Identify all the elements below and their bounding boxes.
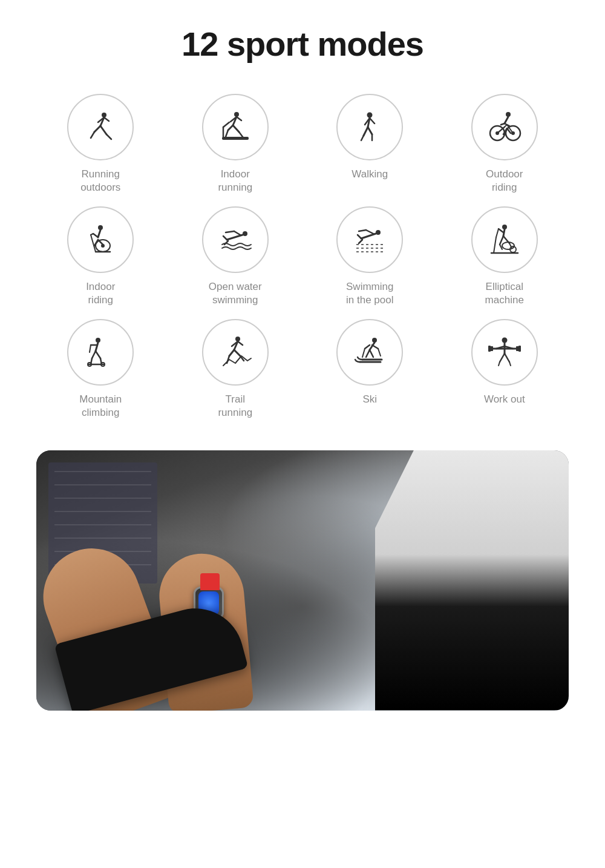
svg-line-57 xyxy=(361,234,376,238)
mountain-climbing-label: Mountainclimbing xyxy=(79,393,122,419)
svg-point-19 xyxy=(367,113,373,118)
walking-label: Walking xyxy=(352,168,388,181)
svg-line-116 xyxy=(505,353,509,362)
svg-line-26 xyxy=(370,118,374,123)
svg-line-12 xyxy=(226,130,228,137)
svg-line-91 xyxy=(234,350,240,356)
page-title: 12 sport modes xyxy=(0,0,605,82)
svg-line-15 xyxy=(237,117,241,120)
svg-line-13 xyxy=(239,132,243,137)
ski-icon xyxy=(336,319,403,386)
pool-swimming-label: Swimmingin the pool xyxy=(346,280,393,307)
svg-line-90 xyxy=(229,350,234,356)
trail-running-icon xyxy=(202,319,269,386)
svg-line-81 xyxy=(96,351,100,358)
svg-line-58 xyxy=(366,230,373,234)
workout-label: Work out xyxy=(484,393,525,406)
svg-line-100 xyxy=(365,345,370,349)
outdoor-riding-label: Outdoorriding xyxy=(486,168,523,194)
svg-line-49 xyxy=(91,235,96,252)
svg-line-103 xyxy=(366,350,370,357)
sport-item-trail-running: Trailrunning xyxy=(171,319,300,419)
svg-line-4 xyxy=(100,126,106,134)
svg-line-117 xyxy=(499,362,500,366)
indoor-riding-icon xyxy=(67,206,134,273)
sport-item-elliptical: Ellipticalmachine xyxy=(440,206,569,307)
svg-line-67 xyxy=(499,229,503,232)
svg-line-99 xyxy=(378,349,381,356)
svg-line-95 xyxy=(238,341,243,345)
sport-item-outdoor-riding: Outdoorriding xyxy=(440,94,569,194)
workout-icon xyxy=(471,319,538,386)
svg-line-18 xyxy=(223,122,229,127)
sport-item-pool-swimming: Swimmingin the pool xyxy=(306,206,434,307)
outdoor-riding-icon xyxy=(471,94,538,160)
svg-line-82 xyxy=(92,351,96,358)
running-outdoors-label: Runningoutdoors xyxy=(80,168,120,194)
trail-running-label: Trailrunning xyxy=(218,393,252,419)
svg-rect-114 xyxy=(518,346,521,352)
svg-line-22 xyxy=(368,127,372,134)
open-water-swimming-label: Open waterswimming xyxy=(209,280,262,307)
svg-point-106 xyxy=(502,338,507,343)
sport-item-indoor-riding: Indoorriding xyxy=(36,206,165,307)
walking-icon xyxy=(336,94,403,160)
svg-point-47 xyxy=(101,244,105,248)
svg-line-102 xyxy=(370,350,373,357)
sports-grid: Runningoutdoors Indoorrunning xyxy=(0,82,605,444)
svg-line-61 xyxy=(359,240,362,243)
svg-line-75 xyxy=(494,237,496,253)
sport-item-mountain-climbing: Mountainclimbing xyxy=(36,319,165,419)
svg-line-28 xyxy=(505,117,508,123)
svg-line-118 xyxy=(509,362,511,366)
svg-rect-16 xyxy=(222,137,249,140)
sport-item-ski: Ski xyxy=(306,319,434,419)
svg-line-78 xyxy=(96,343,98,351)
svg-rect-112 xyxy=(488,346,491,352)
cycling-photo xyxy=(36,450,569,711)
sport-item-running-outdoors: Runningoutdoors xyxy=(36,94,165,194)
svg-line-2 xyxy=(94,126,100,132)
svg-line-59 xyxy=(359,230,366,231)
mountain-climbing-icon xyxy=(67,319,134,386)
svg-line-41 xyxy=(98,230,100,237)
sport-item-workout: Work out xyxy=(440,319,569,419)
svg-line-30 xyxy=(501,123,505,125)
elliptical-machine-label: Ellipticalmachine xyxy=(485,280,524,307)
svg-line-7 xyxy=(104,117,109,121)
sport-item-walking: Walking xyxy=(306,94,434,194)
running-outdoors-icon xyxy=(67,94,134,160)
indoor-running-label: Indoorrunning xyxy=(218,168,252,194)
svg-line-80 xyxy=(90,345,91,352)
svg-line-98 xyxy=(372,345,378,349)
svg-line-53 xyxy=(226,231,234,232)
ski-label: Ski xyxy=(362,393,377,406)
svg-line-54 xyxy=(223,236,227,240)
indoor-riding-label: Indoorriding xyxy=(86,280,115,307)
svg-line-101 xyxy=(362,349,365,357)
indoor-running-icon xyxy=(202,94,269,160)
svg-line-42 xyxy=(93,234,98,237)
svg-line-24 xyxy=(361,136,364,140)
svg-line-60 xyxy=(358,235,361,238)
svg-line-5 xyxy=(106,134,111,139)
svg-line-52 xyxy=(234,231,240,235)
svg-line-21 xyxy=(364,127,368,136)
svg-line-68 xyxy=(496,229,499,237)
svg-line-3 xyxy=(91,132,94,138)
elliptical-machine-icon xyxy=(471,206,538,273)
open-water-swimming-icon xyxy=(202,206,269,273)
svg-point-71 xyxy=(502,242,514,249)
svg-line-10 xyxy=(228,125,233,130)
svg-line-11 xyxy=(233,125,239,132)
pool-swimming-icon xyxy=(336,206,403,273)
sport-item-open-water-swimming: Open waterswimming xyxy=(171,206,300,307)
sport-item-indoor-running: Indoorrunning xyxy=(171,94,300,194)
svg-line-115 xyxy=(500,353,505,362)
